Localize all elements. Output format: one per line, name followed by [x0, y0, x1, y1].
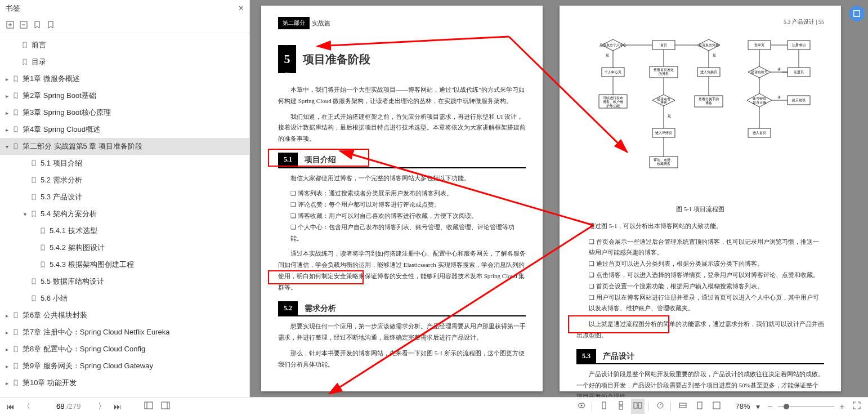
page-total: /279: [66, 402, 80, 410]
bookmark-glyph-icon: [30, 278, 37, 285]
toc-label: 5.4.1 技术选型: [50, 226, 97, 236]
expand-arrow-icon[interactable]: ▸: [6, 313, 11, 319]
rotate-icon[interactable]: [654, 399, 667, 414]
expand-arrow-icon[interactable]: ▾: [6, 144, 11, 150]
sidebar-right-toggle-icon[interactable]: [159, 399, 172, 414]
fit-page-icon[interactable]: [693, 399, 706, 414]
document-viewport[interactable]: 第二部分 实战篇 第 5 章 项目准备阶段 本章中，我们将开始一个大型实战项目—…: [250, 0, 868, 397]
last-page-button[interactable]: ⏭: [111, 400, 124, 413]
page-right: 5.3 产品设计 | 55 是否点击个人中心 首页 是否点击分类 登录页 注册成…: [560, 6, 841, 391]
toc-item[interactable]: ▸第1章 微服务概述: [0, 70, 249, 87]
expand-arrow-icon[interactable]: ▸: [6, 329, 11, 336]
flowchart-caption: 图 5-1 项目流程图: [576, 204, 824, 215]
bookmark-glyph-icon: [39, 227, 46, 234]
sidebar-toggle-icon[interactable]: [142, 399, 155, 414]
toc-item[interactable]: 前言: [0, 37, 249, 53]
expand-arrow-icon[interactable]: ▸: [6, 346, 11, 352]
svg-text:注册页: 注册页: [794, 70, 804, 74]
fit-actual-icon[interactable]: [710, 399, 723, 414]
expand-arrow-icon[interactable]: ▸: [6, 76, 11, 82]
toc-label: 目录: [32, 57, 46, 67]
toc-item[interactable]: ▾5.4 架构方案分析: [0, 206, 249, 222]
zoom-level: 78%: [736, 402, 750, 410]
svg-text:进入详情页: 进入详情页: [655, 131, 672, 135]
toc-label: 5.3 产品设计: [41, 192, 82, 202]
toc-item[interactable]: ▸第4章 Spring Cloud概述: [0, 121, 249, 138]
toc-label: 5.4.3 根据架构图创建工程: [50, 260, 134, 270]
zoom-slider[interactable]: [778, 406, 834, 407]
expand-arrow-icon[interactable]: ▸: [6, 380, 11, 386]
toc-item[interactable]: ▸第6章 公共模块封装: [0, 307, 249, 324]
toc-item[interactable]: ▸第7章 注册中心：Spring Cloud Netflix Eureka: [0, 324, 249, 341]
assistant-fab-icon[interactable]: [849, 6, 865, 21]
single-page-icon[interactable]: [597, 399, 611, 414]
expand-arrow-icon[interactable]: ▸: [6, 127, 11, 133]
toc-item[interactable]: 5.4.2 架构图设计: [0, 239, 249, 256]
section-5-3-heading: 5.3 产品设计: [576, 349, 824, 365]
toc-item[interactable]: ▸第10章 功能开发: [0, 374, 249, 391]
next-page-button[interactable]: 〉: [96, 399, 108, 414]
toc-item[interactable]: ▾第二部分 实战篇第5 章 项目准备阶段: [0, 138, 249, 155]
svg-text:是否点击个人中心: 是否点击个人中心: [599, 43, 627, 47]
fit-width-icon[interactable]: [676, 399, 690, 414]
toc-item[interactable]: ▸第9章 服务网关：Spring Cloud Gateway: [0, 358, 249, 374]
toc-label: 5.1 项目介绍: [41, 158, 82, 168]
eye-icon[interactable]: [575, 399, 588, 414]
expand-arrow-icon[interactable]: ▸: [6, 110, 11, 116]
expand-arrow-icon[interactable]: ▸: [6, 93, 11, 99]
bookmark-glyph-icon: [21, 59, 28, 65]
expand-all-icon[interactable]: [6, 20, 15, 29]
toc-item[interactable]: ▸第3章 Spring Boot核心原理: [0, 104, 249, 121]
section-5-2-heading: 5.2 需求分析: [278, 301, 526, 317]
toc-item[interactable]: 5.6 小结: [0, 290, 249, 307]
expand-arrow-icon[interactable]: ▾: [24, 211, 29, 217]
svg-text:注册成功: 注册成功: [792, 43, 806, 47]
prev-page-button[interactable]: 〈: [20, 399, 33, 414]
close-icon[interactable]: ×: [239, 3, 244, 14]
toc-item[interactable]: ▸第2章 Spring Boot基础: [0, 87, 249, 104]
continuous-page-icon[interactable]: [614, 399, 628, 414]
page-indicator: /279: [36, 402, 92, 410]
bookmark-glyph-icon: [30, 160, 37, 167]
fullscreen-icon[interactable]: [850, 399, 863, 414]
svg-point-76: [580, 405, 582, 407]
expand-arrow-icon[interactable]: ▸: [6, 363, 11, 369]
toc-label: 5.5 数据库结构设计: [41, 276, 104, 287]
zoom-out-button[interactable]: −: [766, 400, 775, 413]
zoom-dropdown-icon[interactable]: ▾: [754, 400, 762, 413]
toc-item[interactable]: 5.2 需求分析: [0, 172, 249, 189]
page-input[interactable]: [48, 402, 65, 410]
toc-item[interactable]: 5.4.1 技术选型: [0, 222, 249, 239]
svg-text:进入首页: 进入首页: [753, 131, 766, 135]
bookmark-glyph-icon: [12, 363, 19, 369]
svg-rect-85: [697, 402, 702, 409]
collapse-all-icon[interactable]: [19, 20, 28, 29]
bookmark-glyph-icon: [30, 211, 37, 217]
toc-label: 第1章 微服务概述: [23, 74, 80, 84]
toc-item[interactable]: 目录: [0, 53, 249, 70]
sidebar-header: 书签 ×: [0, 0, 249, 17]
svg-rect-81: [638, 403, 642, 408]
toc-item[interactable]: 5.3 产品设计: [0, 189, 249, 206]
bookmark-glyph-icon: [12, 312, 19, 319]
toc-item[interactable]: 5.1 项目介绍: [0, 155, 249, 172]
first-page-button[interactable]: ⏮: [5, 400, 17, 413]
svg-rect-73: [162, 402, 169, 409]
toc-label: 第6章 公共模块封装: [23, 310, 87, 320]
two-page-icon[interactable]: [631, 399, 645, 414]
toc-item[interactable]: ▸第8章 配置中心：Spring Cloud Config: [0, 341, 249, 358]
zoom-in-button[interactable]: +: [838, 400, 847, 413]
toc-list: 前言目录▸第1章 微服务概述▸第2章 Spring Boot基础▸第3章 Spr…: [0, 33, 249, 397]
bookmark-glyph-icon: [21, 42, 28, 48]
toc-item[interactable]: 5.5 数据库结构设计: [0, 273, 249, 290]
bookmark-glyph-icon: [12, 109, 19, 116]
toc-item[interactable]: 5.4.3 根据架构图创建工程: [0, 256, 249, 273]
toc-label: 第9章 服务网关：Spring Cloud Gateway: [23, 361, 153, 371]
section-5-1-heading: 5.1 项目介绍: [278, 153, 526, 168]
svg-text:提示错误: 提示错误: [792, 99, 806, 102]
bookmark-icon[interactable]: [46, 20, 55, 29]
bookmark-add-icon[interactable]: [33, 20, 42, 29]
bookmark-glyph-icon: [12, 92, 19, 99]
svg-text:个人中心页: 个人中心页: [605, 70, 621, 74]
toc-label: 第3章 Spring Boot核心原理: [23, 108, 111, 118]
